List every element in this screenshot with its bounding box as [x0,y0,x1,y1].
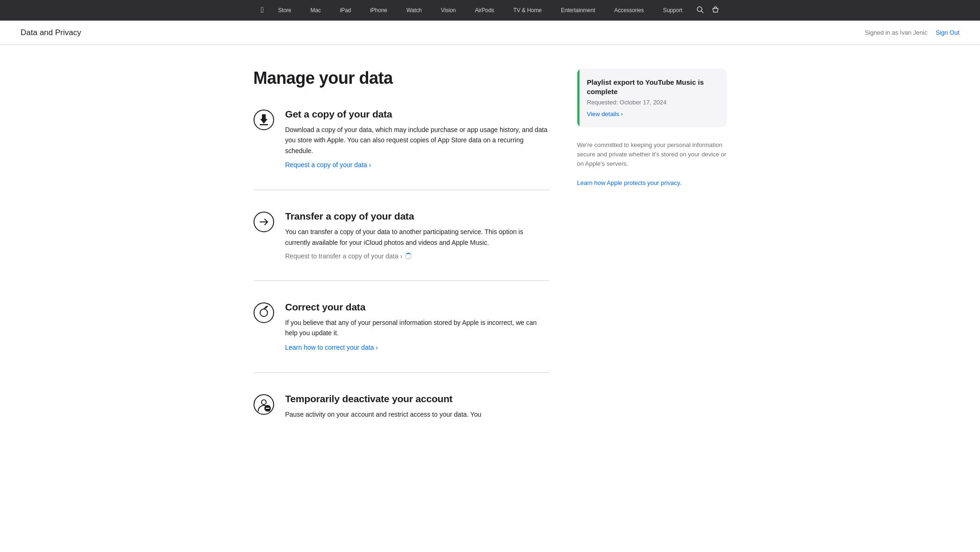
sign-out-link[interactable]: Sign Out [936,29,959,36]
playlist-export-card: Playlist export to YouTube Music is comp… [577,68,727,127]
section-transfer: Transfer a copy of your data You can tra… [254,211,549,260]
nav-accessories[interactable]: Accessories [610,7,648,14]
divider-2 [254,280,549,281]
request-copy-link[interactable]: Request a copy of your data › [285,161,371,169]
section-get-copy: Get a copy of your data Download a copy … [254,109,549,169]
section-correct-heading: Correct your data [285,302,549,313]
section-get-copy-heading: Get a copy of your data [285,109,549,120]
nav-vision[interactable]: Vision [436,7,461,14]
apple-logo-icon[interactable]:  [261,6,264,15]
section-correct-desc: If you believe that any of your personal… [285,317,549,339]
nav-airpods[interactable]: AirPods [470,7,499,14]
card-date: Requested: October 17, 2024 [587,99,718,106]
transfer-link-text: Request to transfer a copy of your data … [285,252,403,260]
get-copy-icon [254,110,274,130]
page-brand-title: Data and Privacy [21,28,81,37]
card-title: Playlist export to YouTube Music is comp… [587,78,718,96]
view-details-link[interactable]: View details › [587,110,623,118]
svg-marker-4 [260,119,268,124]
divider-1 [254,190,549,190]
svg-rect-5 [260,124,268,125]
transfer-link-loading: Request to transfer a copy of your data … [285,252,549,260]
page-title: Manage your data [254,68,549,88]
main-content: Manage your data Get a copy of your data… [233,45,748,473]
deactivate-icon [254,394,274,415]
sub-header: Data and Privacy Signed in as Ivan Jenic… [0,21,980,45]
transfer-icon [254,212,274,232]
privacy-text: We're committed to keeping your personal… [577,141,726,167]
nav-support[interactable]: Support [658,7,687,14]
section-deactivate: Temporarily deactivate your account Paus… [254,393,549,424]
signed-in-label: Signed in as Ivan Jenic [865,29,928,36]
privacy-learn-link[interactable]: Learn how Apple protects your privacy. [577,179,682,186]
right-sidebar: Playlist export to YouTube Music is comp… [577,68,727,188]
svg-point-9 [260,309,268,316]
section-deactivate-desc: Pause activity on your account and restr… [285,409,549,420]
nav-mac[interactable]: Mac [306,7,326,14]
nav-iphone[interactable]: iPhone [365,7,392,14]
divider-3 [254,372,549,373]
section-transfer-heading: Transfer a copy of your data [285,211,549,222]
section-get-copy-desc: Download a copy of your data, which may … [285,125,549,156]
section-correct: Correct your data If you believe that an… [254,302,549,352]
nav-watch[interactable]: Watch [402,7,427,14]
nav-tv-home[interactable]: TV & Home [508,7,546,14]
left-column: Manage your data Get a copy of your data… [254,68,549,445]
navigation-bar:  Store Mac iPad iPhone Watch Vision Air… [0,0,980,21]
nav-entertainment[interactable]: Entertainment [556,7,600,14]
section-transfer-desc: You can transfer a copy of your data to … [285,227,549,248]
svg-point-13 [261,400,266,405]
bag-icon[interactable] [712,6,719,15]
nav-ipad[interactable]: iPad [335,7,356,14]
correct-icon [254,302,274,323]
privacy-info: We're committed to keeping your personal… [577,140,727,188]
search-icon[interactable] [697,6,704,15]
section-deactivate-heading: Temporarily deactivate your account [285,393,549,405]
loading-spinner [405,253,412,259]
correct-data-link[interactable]: Learn how to correct your data › [285,344,378,351]
nav-store[interactable]: Store [274,7,296,14]
svg-line-1 [702,11,704,13]
svg-point-8 [254,303,274,323]
